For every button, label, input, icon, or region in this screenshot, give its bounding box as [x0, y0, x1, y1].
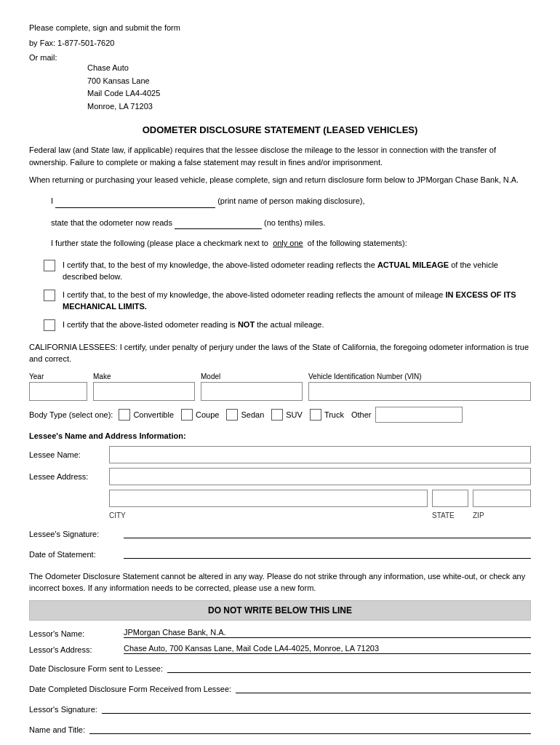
- suv-checkbox[interactable]: [271, 409, 283, 421]
- lessee-sig-row: Lessee's Signature:: [29, 525, 531, 538]
- state-label: STATE: [432, 511, 468, 519]
- date-received-label: Date Completed Disclosure Form Received …: [29, 685, 231, 693]
- lessee-address-input[interactable]: [109, 468, 531, 485]
- vin-label: Vehicle Identification Number (VIN): [308, 372, 531, 381]
- truck-label: Truck: [324, 410, 344, 419]
- body-type-other: Other: [351, 407, 463, 423]
- certify-row-3: I certify that the above-listed odometer…: [44, 319, 531, 331]
- date-sent-row: Date Disclosure Form sent to Lessee:: [29, 660, 531, 673]
- statement-line1: I (print name of person making disclosur…: [51, 194, 531, 208]
- fax-line2: by Fax: 1-877-501-7620: [29, 37, 531, 49]
- warning-box: The Odometer Disclosure Statement cannot…: [29, 570, 531, 594]
- page-title: ODOMETER DISCLOSURE STATEMENT (LEASED VE…: [29, 124, 531, 135]
- convertible-checkbox[interactable]: [119, 409, 130, 421]
- body-type-truck: Truck: [310, 409, 344, 421]
- certify-row-1: I certify that, to the best of my knowle…: [44, 259, 531, 283]
- name-title-label: Name and Title:: [29, 725, 85, 734]
- other-input[interactable]: [375, 407, 463, 423]
- vin-col: Vehicle Identification Number (VIN): [308, 372, 531, 401]
- date-statement-label: Date of Statement:: [29, 550, 124, 559]
- lessee-sig-line[interactable]: [124, 525, 531, 538]
- intro-para2: When returning or purchasing your leased…: [29, 174, 531, 186]
- date-received-row: Date Completed Disclosure Form Received …: [29, 680, 531, 693]
- lessor-address-value: Chase Auto, 700 Kansas Lane, Mail Code L…: [124, 644, 531, 654]
- date-received-line[interactable]: [236, 680, 531, 693]
- lessee-address-label: Lessee Address:: [29, 472, 109, 481]
- certify-row-2: I certify that, to the best of my knowle…: [44, 289, 531, 313]
- make-input[interactable]: [93, 382, 195, 401]
- date-statement-line[interactable]: [124, 546, 531, 559]
- certify-checkbox-2[interactable]: [44, 290, 55, 301]
- year-col: Year: [29, 372, 87, 401]
- name-title-row: Name and Title:: [29, 721, 531, 734]
- lessee-section: Lessee's Name and Address Information: L…: [29, 431, 531, 559]
- year-label: Year: [29, 372, 87, 381]
- city-label: CITY: [109, 511, 428, 519]
- lessor-address-row: Lessor's Address: Chase Auto, 700 Kansas…: [29, 644, 531, 654]
- california-text: CALIFORNIA LESSEES: I certify, under pen…: [29, 341, 531, 365]
- body-type-convertible: Convertible: [119, 409, 174, 421]
- lessee-name-label: Lessee Name:: [29, 450, 109, 459]
- body-type-label: Body Type (select one):: [29, 410, 113, 419]
- lessee-address-row2: [109, 490, 531, 507]
- model-input[interactable]: [201, 382, 303, 401]
- lessor-sig-label: Lessor's Signature:: [29, 705, 97, 714]
- truck-checkbox[interactable]: [310, 409, 321, 421]
- only-text: only one: [273, 239, 303, 247]
- lessor-sig-line[interactable]: [102, 701, 531, 714]
- mail-addr3: Monroe, LA 71203: [87, 100, 531, 113]
- body-type-suv: SUV: [271, 409, 303, 421]
- coupe-checkbox[interactable]: [181, 409, 193, 421]
- lessee-state-input[interactable]: [432, 490, 468, 507]
- name-field[interactable]: [55, 194, 215, 208]
- sedan-checkbox[interactable]: [226, 409, 238, 421]
- certify-text-1: I certify that, to the best of my knowle…: [63, 259, 531, 283]
- model-label: Model: [201, 372, 303, 381]
- header-section: Please complete, sign and submit the for…: [29, 22, 531, 113]
- date-sent-line[interactable]: [167, 660, 531, 673]
- make-label: Make: [93, 372, 195, 381]
- lessee-zip-input[interactable]: [473, 490, 531, 507]
- model-col: Model: [201, 372, 303, 401]
- convertible-label: Convertible: [133, 410, 174, 419]
- certify-checkbox-1[interactable]: [44, 260, 55, 271]
- lessee-city-input[interactable]: [109, 490, 428, 507]
- lessee-name-input[interactable]: [109, 446, 531, 463]
- lessee-name-row: Lessee Name:: [29, 446, 531, 463]
- odometer-field[interactable]: [175, 215, 262, 230]
- make-col: Make: [93, 372, 195, 401]
- body-type-coupe: Coupe: [181, 409, 219, 421]
- coupe-label: Coupe: [196, 410, 219, 419]
- year-input[interactable]: [29, 382, 87, 401]
- date-statement-row: Date of Statement:: [29, 546, 531, 559]
- lessee-address-row: Lessee Address:: [29, 468, 531, 485]
- sedan-label: Sedan: [241, 410, 264, 419]
- zip-label: ZIP: [473, 511, 531, 519]
- certify-text-2: I certify that, to the best of my knowle…: [63, 289, 531, 313]
- name-title-line[interactable]: [89, 721, 531, 734]
- vehicle-grid: Year Make Model Vehicle Identification N…: [29, 372, 531, 401]
- date-sent-label: Date Disclosure Form sent to Lessee:: [29, 664, 163, 673]
- lessor-name-value: JPMorgan Chase Bank, N.A.: [124, 628, 531, 638]
- lessor-address-label: Lessor's Address:: [29, 645, 124, 654]
- certify-text-3: I certify that the above-listed odometer…: [63, 319, 531, 331]
- body-type-row: Body Type (select one): Convertible Coup…: [29, 407, 531, 423]
- other-label: Other: [351, 410, 372, 419]
- lessor-name-label: Lessor's Name:: [29, 629, 124, 638]
- statement-line3: I further state the following (please pl…: [51, 236, 531, 250]
- statement-line2: state that the odometer now reads (no te…: [51, 215, 531, 230]
- intro-para1: Federal law (and State law, if applicabl…: [29, 144, 531, 168]
- do-not-write-banner: DO NOT WRITE BELOW THIS LINE: [29, 600, 531, 621]
- certify-checkbox-3[interactable]: [44, 319, 55, 331]
- lessee-section-title: Lessee's Name and Address Information:: [29, 431, 531, 440]
- mail-addr2: Mail Code LA4-4025: [87, 87, 531, 100]
- mail-name: Chase Auto: [87, 62, 531, 75]
- lessor-name-row: Lessor's Name: JPMorgan Chase Bank, N.A.: [29, 628, 531, 638]
- address-labels: CITY STATE ZIP: [109, 511, 531, 519]
- body-type-sedan: Sedan: [226, 409, 264, 421]
- suv-label: SUV: [286, 410, 303, 419]
- vin-input[interactable]: [308, 382, 531, 401]
- lessor-sig-row: Lessor's Signature:: [29, 701, 531, 714]
- ormail-label: Or mail:: [29, 53, 57, 62]
- fax-line1: Please complete, sign and submit the for…: [29, 22, 531, 34]
